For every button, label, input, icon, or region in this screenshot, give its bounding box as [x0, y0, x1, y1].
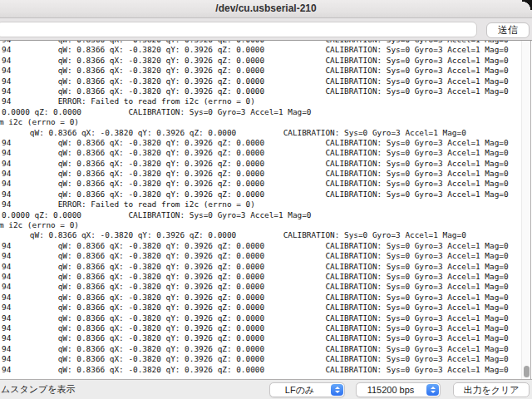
log-line: 94 qW: 0.8366 qX: -0.3820 qY: 0.3926 qZ:… — [2, 169, 532, 179]
timestamp-checkbox-label[interactable]: ムスタンプを表示 — [1, 380, 76, 399]
baud-rate-select[interactable]: 115200 bps — [356, 382, 441, 397]
statusbar: ムスタンプを表示 LFのみ 115200 bps 出力をクリア — [0, 379, 532, 399]
clear-output-button[interactable]: 出力をクリア — [453, 382, 530, 397]
serial-input[interactable] — [0, 22, 477, 37]
log-line: qW: 0.8366 qX: -0.3820 qY: 0.3926 qZ: 0.… — [2, 230, 532, 240]
log-line: 94 qW: 0.8366 qX: -0.3820 qY: 0.3926 qZ:… — [2, 76, 532, 86]
log-line: 94 qW: 0.8366 qX: -0.3820 qY: 0.3926 qZ:… — [2, 365, 532, 375]
log-line: 94 qW: 0.8366 qX: -0.3820 qY: 0.3926 qZ:… — [2, 354, 532, 364]
serial-output-lines: 94 qW: 0.8366 qX: -0.3820 qY: 0.3926 qZ:… — [0, 41, 532, 375]
log-line: 94 qW: 0.8366 qX: -0.3820 qY: 0.3926 qZ:… — [2, 344, 532, 354]
log-line: 94 qW: 0.8366 qX: -0.3820 qY: 0.3926 qZ:… — [2, 282, 532, 292]
log-line: 94 qW: 0.8366 qX: -0.3820 qY: 0.3926 qZ:… — [2, 313, 532, 323]
log-line: qW: 0.8366 qX: -0.3820 qY: 0.3926 qZ: 0.… — [2, 128, 532, 138]
log-line: 94 qW: 0.8366 qX: -0.3820 qY: 0.3926 qZ:… — [2, 241, 532, 251]
log-line: 94 qW: 0.8366 qX: -0.3820 qY: 0.3926 qZ:… — [2, 159, 532, 169]
log-line: 94 qW: 0.8366 qX: -0.3820 qY: 0.3926 qZ:… — [2, 262, 532, 272]
scrollbar-thumb[interactable] — [524, 366, 530, 377]
log-line: 94 qW: 0.8366 qX: -0.3820 qY: 0.3926 qZ:… — [2, 179, 532, 189]
log-line: m i2c (errno = 0) — [0, 220, 532, 230]
window-title: /dev/cu.usbserial-210 — [0, 0, 532, 18]
log-line: 94 qW: 0.8366 qX: -0.3820 qY: 0.3926 qZ:… — [2, 303, 532, 313]
log-line: 94 qW: 0.8366 qX: -0.3820 qY: 0.3926 qZ:… — [2, 45, 532, 55]
window-corner-mask — [522, 0, 532, 10]
log-line: 0.0000 qZ: 0.0000 CALIBRATION: Sys=0 Gyr… — [2, 210, 532, 220]
dropdown-stepper-icon — [331, 384, 343, 396]
line-ending-select[interactable]: LFのみ — [269, 382, 345, 397]
log-line: m i2c (errno = 0) — [0, 117, 532, 127]
log-line: 94 qW: 0.8366 qX: -0.3820 qY: 0.3926 qZ:… — [2, 138, 532, 148]
log-line: 94 qW: 0.8366 qX: -0.3820 qY: 0.3926 qZ:… — [2, 86, 532, 96]
window-right-border — [530, 41, 531, 399]
chevron-down-icon — [431, 391, 436, 393]
chevron-down-icon — [335, 391, 340, 393]
send-toolbar: 送信 — [0, 18, 532, 41]
serial-output[interactable]: 94 qW: 0.8366 qX: -0.3820 qY: 0.3926 qZ:… — [0, 41, 532, 379]
log-line: 94 qW: 0.8366 qX: -0.3820 qY: 0.3926 qZ:… — [2, 323, 532, 333]
send-button[interactable]: 送信 — [486, 22, 530, 38]
log-line: 94 qW: 0.8366 qX: -0.3820 qY: 0.3926 qZ:… — [2, 272, 532, 282]
log-line: 94 qW: 0.8366 qX: -0.3820 qY: 0.3926 qZ:… — [2, 293, 532, 303]
dropdown-stepper-icon — [426, 384, 439, 396]
log-line: 94 qW: 0.8366 qX: -0.3820 qY: 0.3926 qZ:… — [2, 251, 532, 261]
window-titlebar[interactable]: /dev/cu.usbserial-210 — [0, 0, 532, 18]
log-line: 94 qW: 0.8366 qX: -0.3820 qY: 0.3926 qZ:… — [2, 333, 532, 343]
log-line: 94 qW: 0.8366 qX: -0.3820 qY: 0.3926 qZ:… — [2, 148, 532, 158]
serial-monitor-window: /dev/cu.usbserial-210 送信 94 qW: 0.8366 q… — [0, 0, 532, 399]
log-line: 94 qW: 0.8366 qX: -0.3820 qY: 0.3926 qZ:… — [2, 66, 532, 76]
log-line: 0.0000 qZ: 0.0000 CALIBRATION: Sys=0 Gyr… — [2, 107, 532, 117]
baud-rate-value: 115200 bps — [357, 383, 425, 397]
chevron-up-icon — [335, 387, 340, 389]
log-line: 94 qW: 0.8366 qX: -0.3820 qY: 0.3926 qZ:… — [2, 190, 532, 200]
log-line: 94 ERROR: Failed to read from i2c (errno… — [2, 96, 532, 106]
chevron-up-icon — [431, 387, 436, 389]
line-ending-value: LFのみ — [270, 383, 329, 397]
log-line: 94 ERROR: Failed to read from i2c (errno… — [2, 200, 532, 209]
log-line: 94 qW: 0.8366 qX: -0.3820 qY: 0.3926 qZ:… — [2, 56, 532, 66]
vertical-scrollbar[interactable] — [521, 41, 530, 379]
